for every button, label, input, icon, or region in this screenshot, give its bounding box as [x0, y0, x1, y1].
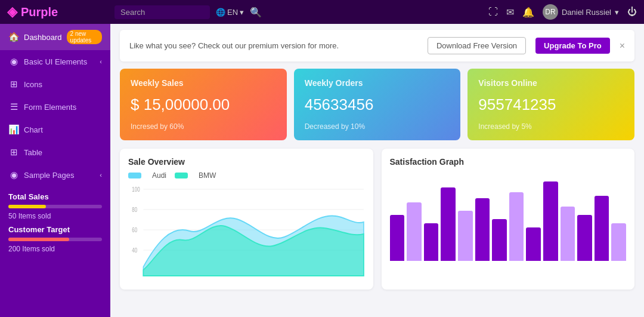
sidebar-item-form-elements[interactable]: ☰ Form Elements	[0, 96, 110, 118]
chart-legend: Audi BMW	[128, 171, 365, 180]
items-sold-label: 50 Items sold	[8, 212, 102, 220]
svg-text:40: 40	[132, 247, 137, 254]
sat-bar-13	[595, 196, 609, 261]
svg-text:100: 100	[132, 186, 140, 193]
language-button[interactable]: 🌐 EN ▾	[216, 8, 244, 17]
sidebar-item-label: Dashboard	[24, 33, 62, 42]
sidebar: 🏠 Dashboard 2 new updates ◉ Basic UI Ele…	[0, 24, 110, 317]
weekly-sales-value: $ 15,00000.00	[131, 96, 276, 114]
items-sold-progress-container	[8, 205, 102, 208]
sample-pages-icon: ◉	[8, 170, 19, 180]
charts-row: Sale Overview Audi BMW 100 80 60 40	[120, 149, 634, 290]
icons-icon: ⊞	[8, 79, 19, 90]
main-layout: 🏠 Dashboard 2 new updates ◉ Basic UI Ele…	[0, 24, 644, 317]
sat-bar-4	[441, 187, 456, 261]
sat-bar-8	[509, 192, 524, 261]
visitors-value: 955741235	[478, 96, 624, 114]
bmw-legend-dot	[175, 173, 188, 178]
sidebar-item-label: Form Elements	[24, 103, 102, 112]
close-banner-button[interactable]: ×	[620, 41, 625, 51]
sat-bar-11	[561, 207, 575, 261]
lang-label: EN	[227, 8, 238, 17]
user-menu[interactable]: DR Daniel Russiel ▾	[543, 4, 619, 20]
table-icon: ⊞	[8, 147, 19, 158]
sidebar-item-label: Table	[24, 148, 102, 157]
upgrade-pro-button[interactable]: Upgrade To Pro	[535, 38, 610, 54]
customer-target-label: Customer Target	[8, 225, 102, 234]
svg-text:60: 60	[132, 227, 137, 233]
visitors-title: Visitors Online	[478, 78, 624, 88]
sat-bar-1	[390, 215, 405, 261]
weekly-orders-title: Weekly Orders	[305, 78, 450, 88]
download-free-button[interactable]: Download Free Version	[428, 37, 526, 54]
sidebar-item-icons[interactable]: ⊞ Icons	[0, 73, 110, 96]
fullscreen-icon[interactable]: ⛶	[488, 7, 498, 17]
sat-bar-9	[526, 227, 541, 261]
main-content: Like what you see? Check out our premium…	[110, 24, 644, 317]
user-name: Daniel Russiel	[562, 8, 611, 17]
sidebar-item-dashboard[interactable]: 🏠 Dashboard 2 new updates	[0, 24, 110, 50]
banner-text: Like what you see? Check out our premium…	[129, 41, 418, 50]
sidebar-item-label: Basic UI Elements	[24, 57, 95, 66]
satisfaction-chart	[390, 171, 627, 261]
promo-banner: Like what you see? Check out our premium…	[120, 30, 634, 61]
bmw-legend-label: BMW	[199, 171, 216, 180]
sat-bar-14	[611, 223, 626, 261]
sidebar-total-sales: Total Sales 50 Items sold Customer Targe…	[0, 186, 110, 259]
items-sold-progress-bar	[8, 205, 46, 208]
lang-icon: 🌐	[216, 8, 225, 17]
customer-target-stat-label: 200 Items sold	[8, 245, 102, 253]
weekly-sales-subtitle: Incresed by 60%	[131, 122, 276, 131]
topnav-right: ⛶ ✉ 🔔 DR Daniel Russiel ▾ ⏻	[488, 4, 637, 20]
customer-target-progress-container	[8, 238, 102, 241]
mail-icon[interactable]: ✉	[506, 7, 514, 18]
sat-bar-3	[424, 223, 439, 261]
sidebar-item-label: Sample Pages	[24, 171, 95, 180]
basic-ui-icon: ◉	[8, 56, 19, 67]
top-navigation: ◈ Purple 🌐 EN ▾ 🔍 ⛶ ✉ 🔔 DR Daniel Russie…	[0, 0, 644, 24]
weekly-sales-card: Weekly Sales $ 15,00000.00 Incresed by 6…	[120, 69, 287, 140]
sat-bar-6	[475, 198, 490, 261]
weekly-orders-subtitle: Decreased by 10%	[305, 122, 450, 131]
sat-bar-10	[543, 181, 558, 261]
total-sales-label: Total Sales	[8, 192, 102, 201]
visitors-card: Visitors Online 955741235 Increased by 5…	[467, 69, 634, 140]
weekly-orders-card: Weekly Orders 45633456 Decreased by 10%	[294, 69, 461, 140]
arrow-icon: ‹	[100, 58, 102, 65]
sat-bar-12	[577, 215, 592, 261]
app-logo: ◈ Purple	[7, 4, 109, 20]
sale-overview-chart: 100 80 60 40	[128, 183, 365, 279]
satisfaction-panel: Satisfaction Graph	[382, 149, 635, 290]
audi-legend-label: Audi	[152, 171, 166, 180]
lang-chevron-icon: ▾	[240, 8, 244, 17]
arrow-icon: ‹	[100, 171, 102, 178]
sidebar-item-label: Chart	[24, 125, 102, 134]
sidebar-item-label: Icons	[24, 80, 102, 89]
user-chevron-icon: ▾	[615, 8, 619, 17]
sidebar-item-sample-pages[interactable]: ◉ Sample Pages ‹	[0, 164, 110, 186]
stats-row: Weekly Sales $ 15,00000.00 Incresed by 6…	[120, 69, 634, 140]
app-name: Purple	[21, 5, 58, 19]
sat-bar-2	[407, 202, 422, 261]
sidebar-item-basic-ui[interactable]: ◉ Basic UI Elements ‹	[0, 50, 110, 73]
avatar: DR	[543, 4, 558, 20]
sidebar-item-chart[interactable]: 📊 Chart	[0, 118, 110, 141]
sale-overview-title: Sale Overview	[128, 157, 365, 167]
search-button[interactable]: 🔍	[250, 7, 262, 18]
sidebar-item-table[interactable]: ⊞ Table	[0, 141, 110, 164]
power-icon[interactable]: ⏻	[627, 7, 637, 17]
sat-bar-5	[458, 211, 473, 261]
bell-icon[interactable]: 🔔	[522, 7, 534, 18]
weekly-orders-value: 45633456	[305, 96, 450, 114]
audi-legend-dot	[128, 173, 141, 178]
form-icon: ☰	[8, 101, 19, 112]
visitors-subtitle: Increased by 5%	[478, 122, 624, 131]
svg-text:80: 80	[132, 207, 137, 213]
logo-icon: ◈	[7, 4, 17, 20]
weekly-sales-title: Weekly Sales	[131, 78, 276, 88]
customer-target-progress-bar	[8, 238, 69, 241]
sat-bar-7	[492, 219, 507, 261]
search-input[interactable]	[114, 5, 210, 19]
sale-overview-panel: Sale Overview Audi BMW 100 80 60 40	[120, 149, 373, 290]
satisfaction-title: Satisfaction Graph	[390, 157, 627, 167]
